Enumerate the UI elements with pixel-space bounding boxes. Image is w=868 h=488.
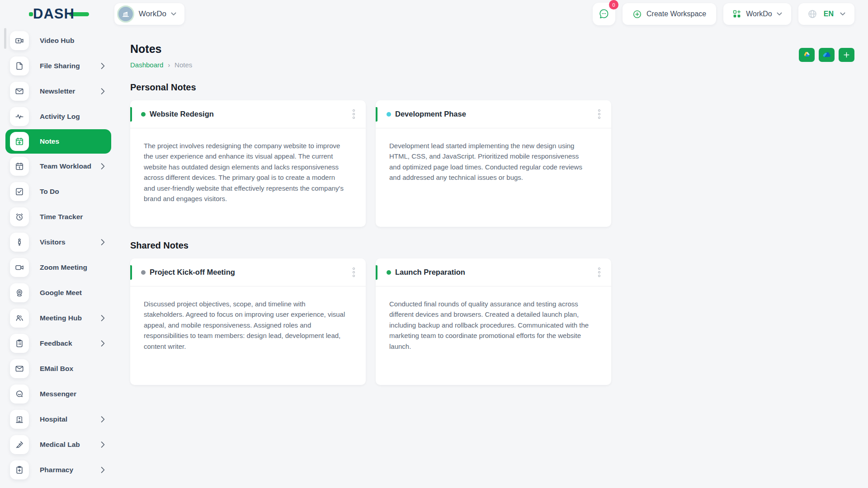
sidebar-item-meeting-hub[interactable]: Meeting Hub (0, 305, 113, 331)
breadcrumb-current: Notes (175, 61, 192, 69)
breadcrumb-dashboard-link[interactable]: Dashboard (130, 61, 163, 69)
note-title: Launch Preparation (395, 268, 465, 277)
note-card-header: Project Kick-off Meeting (130, 258, 366, 286)
sidebar-item-video-hub[interactable]: Video Hub (0, 28, 113, 53)
breadcrumb-separator: › (168, 61, 170, 69)
sidebar-item-to-do[interactable]: To Do (0, 179, 113, 204)
activity-pulse-icon (10, 107, 29, 126)
messages-button[interactable]: 0 (593, 3, 615, 25)
language-code: EN (824, 10, 834, 18)
plus-circle-icon (632, 9, 642, 19)
chevron-right-icon (101, 467, 105, 473)
envelope-icon (10, 82, 29, 101)
sidebar-item-label: Google Meet (40, 289, 82, 297)
note-title: Website Redesign (150, 110, 214, 118)
chevron-right-icon (101, 340, 105, 347)
sidebar-item-label: Meeting Hub (40, 314, 82, 322)
sidebar-item-label: Feedback (40, 339, 72, 347)
google-drive-icon (802, 51, 811, 59)
chevron-right-icon (101, 239, 105, 245)
sidebar-item-hospital[interactable]: Hospital (0, 407, 113, 432)
sidebar-item-google-meet[interactable]: Google Meet (0, 280, 113, 305)
note-card-header: Website Redesign (130, 100, 366, 128)
onedrive-button[interactable] (819, 48, 835, 62)
sidebar-item-newsletter[interactable]: Newsletter (0, 79, 113, 104)
person-icon (10, 233, 29, 252)
onedrive-icon (822, 50, 831, 60)
hospital-icon (10, 410, 29, 429)
status-dot (141, 112, 146, 117)
note-card-launch-preparation: Launch Preparation Conducted final round… (376, 258, 611, 385)
sidebar-item-label: Notes (40, 137, 59, 145)
dash-logo[interactable]: DASH (29, 6, 89, 22)
globe-icon (807, 9, 817, 19)
sidebar-item-activity-log[interactable]: Activity Log (0, 104, 113, 129)
sidebar-item-medical-lab[interactable]: Medical Lab (0, 432, 113, 457)
chat-bubble-icon (10, 385, 29, 404)
sidebar-item-messenger[interactable]: Messenger (0, 381, 113, 407)
sidebar-item-time-tracker[interactable]: Time Tracker (0, 204, 113, 230)
sidebar: Video Hub File Sharing Newsletter (0, 28, 113, 483)
sidebar-nav: Video Hub File Sharing Newsletter (0, 28, 113, 483)
chat-bubble-dots-icon (598, 8, 610, 20)
note-options-button[interactable] (351, 265, 357, 280)
note-body: The project involves redesigning the com… (130, 128, 366, 204)
card-accent-bar (376, 107, 377, 122)
check-square-icon (10, 182, 29, 201)
chevron-down-icon (171, 12, 176, 16)
note-options-button[interactable] (351, 107, 357, 122)
sidebar-item-pharmacy[interactable]: Pharmacy (0, 457, 113, 483)
sidebar-item-notes[interactable]: Notes (5, 129, 111, 154)
create-workspace-button[interactable]: Create Workspace (623, 3, 716, 25)
status-dot (387, 270, 391, 275)
workspace-switcher[interactable]: WorkDo (114, 3, 184, 25)
sidebar-item-feedback[interactable]: Feedback (0, 331, 113, 356)
sidebar-item-label: File Sharing (40, 62, 80, 70)
video-plus-icon (10, 31, 29, 50)
add-note-button[interactable] (839, 48, 854, 62)
card-accent-bar (130, 107, 132, 122)
logo-dot-icon (29, 12, 33, 16)
note-title: Development Phase (395, 110, 466, 118)
sidebar-item-label: Visitors (40, 238, 66, 246)
section-heading-personal: Personal Notes (130, 82, 854, 93)
sidebar-item-label: To Do (40, 188, 59, 196)
chevron-right-icon (101, 416, 105, 422)
chevron-right-icon (101, 441, 105, 448)
envelope-icon (10, 359, 29, 378)
sidebar-item-visitors[interactable]: Visitors (0, 230, 113, 255)
sidebar-item-file-sharing[interactable]: File Sharing (0, 53, 113, 79)
messages-badge: 0 (609, 0, 618, 9)
note-card-project-kickoff-meeting: Project Kick-off Meeting Discussed proje… (130, 258, 366, 385)
sidebar-item-label: Time Tracker (40, 213, 83, 221)
google-drive-button[interactable] (799, 48, 815, 62)
section-heading-shared: Shared Notes (130, 240, 854, 251)
header-actions: 0 Create Workspace WorkDo (593, 3, 854, 25)
note-card-website-redesign: Website Redesign The project involves re… (130, 100, 366, 227)
sidebar-item-label: Newsletter (40, 87, 75, 95)
sidebar-item-label: Zoom Meeting (40, 263, 87, 272)
chevron-right-icon (101, 88, 105, 94)
note-card-development-phase: Development Phase Development lead start… (376, 100, 611, 227)
sidebar-item-team-workload[interactable]: Team Workload (0, 154, 113, 179)
create-workspace-label: Create Workspace (646, 10, 706, 18)
file-icon (10, 56, 29, 75)
users-icon (10, 309, 29, 328)
note-options-button[interactable] (596, 265, 602, 280)
main-content: Notes Dashboard › Notes (130, 28, 854, 385)
sidebar-item-zoom-meeting[interactable]: Zoom Meeting (0, 255, 113, 280)
logo-text: DASH (33, 6, 75, 22)
workspace-menu-button[interactable]: WorkDo (723, 3, 791, 25)
workspace-name: WorkDo (139, 9, 166, 19)
language-switcher[interactable]: EN (798, 3, 854, 25)
shared-notes-cards: Project Kick-off Meeting Discussed proje… (130, 258, 854, 385)
status-dot (141, 270, 146, 275)
card-accent-bar (376, 265, 377, 280)
sidebar-item-label: Pharmacy (40, 466, 73, 474)
personal-notes-cards: Website Redesign The project involves re… (130, 100, 854, 227)
note-card-header: Development Phase (376, 100, 611, 128)
sidebar-item-email-box[interactable]: EMail Box (0, 356, 113, 381)
note-body: Development lead started implementing th… (376, 128, 611, 183)
clipboard-icon (10, 334, 29, 353)
note-options-button[interactable] (596, 107, 602, 122)
